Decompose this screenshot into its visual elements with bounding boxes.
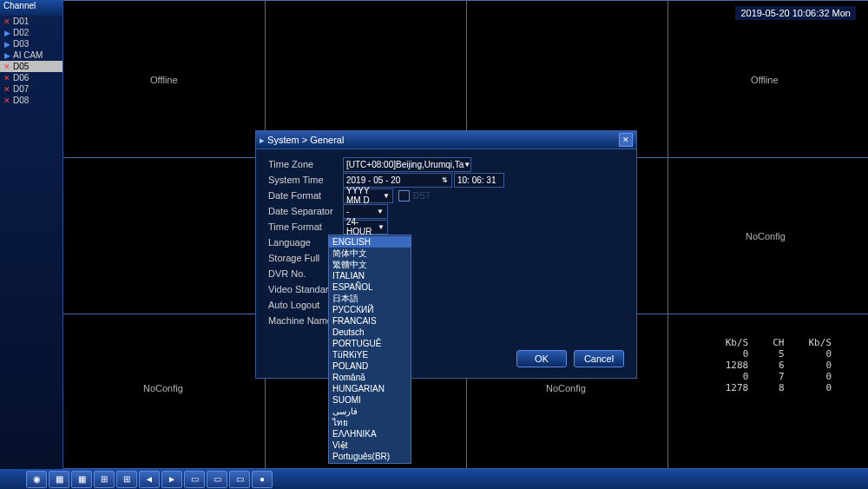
- view4-button[interactable]: ▦: [49, 471, 69, 488]
- dateformat-label: Date Format: [268, 190, 343, 201]
- timezone-label: Time Zone: [268, 159, 343, 169]
- stats-cell: 0: [797, 382, 845, 393]
- language-option[interactable]: فارسی: [329, 406, 411, 417]
- channel-item[interactable]: ✕D06: [0, 72, 62, 83]
- dateseparator-label: Date Separator: [268, 206, 343, 216]
- timeformat-select[interactable]: 24-HOUR▼: [343, 220, 388, 235]
- dateseparator-select[interactable]: -▼: [343, 204, 388, 219]
- stats-cell: 0: [713, 348, 761, 360]
- stats-cell: 1288: [713, 360, 761, 371]
- ok-button[interactable]: OK: [516, 350, 567, 367]
- cell-status: NoConfig: [746, 231, 786, 241]
- channel-item[interactable]: ✕D01: [0, 16, 62, 27]
- close-icon: ✕: [3, 17, 11, 26]
- stats-cell: 7: [760, 371, 796, 382]
- dialog-titlebar[interactable]: ▸ System > General ✕: [256, 131, 636, 149]
- layout2-button[interactable]: ▭: [207, 471, 227, 488]
- play-icon: ▶: [3, 29, 11, 37]
- language-option[interactable]: POLAND: [329, 360, 411, 372]
- stats-cell: 5: [760, 348, 796, 360]
- channel-label: D07: [13, 84, 29, 94]
- language-option[interactable]: ENGLISH: [329, 236, 411, 248]
- close-icon: ✕: [3, 85, 11, 94]
- language-option[interactable]: Português(BR): [329, 451, 411, 462]
- play-icon: ▶: [3, 40, 11, 49]
- language-option[interactable]: TüRKiYE: [329, 349, 411, 360]
- language-option[interactable]: SUOMI: [329, 394, 411, 406]
- channel-item[interactable]: ▶D02: [0, 27, 62, 38]
- bitrate-stats: Kb/SCHKb/S050128860070127880: [713, 337, 844, 393]
- stats-header: Kb/S: [797, 337, 845, 348]
- dst-label: DST: [413, 191, 431, 201]
- language-option[interactable]: ESPAÑOL: [329, 281, 411, 293]
- dst-checkbox[interactable]: [398, 190, 410, 202]
- language-option[interactable]: 日本語: [329, 293, 411, 304]
- language-dropdown[interactable]: ENGLISH简体中文繁體中文ITALIANESPAÑOL日本語РУССКИЙF…: [328, 235, 411, 464]
- view1-button[interactable]: ◉: [26, 471, 47, 488]
- cell-status: NoConfig: [546, 383, 586, 393]
- timeformat-label: Time Format: [268, 221, 343, 232]
- bottom-toolbar: ◉ ▦ ▦ ⊞ ⊞ ◄ ► ▭ ▭ ▭ ●: [0, 468, 868, 489]
- channel-item[interactable]: ✕D08: [0, 95, 62, 106]
- stats-cell: 6: [760, 360, 796, 371]
- language-option[interactable]: Română: [329, 372, 411, 383]
- stats-cell: 1278: [713, 382, 761, 393]
- channel-item[interactable]: ✕D05: [0, 61, 62, 72]
- next-button[interactable]: ►: [161, 471, 182, 488]
- play-icon: ▶: [3, 51, 11, 60]
- language-option[interactable]: Deutsch: [329, 327, 411, 338]
- view8-button[interactable]: ▦: [71, 471, 92, 488]
- stats-cell: 0: [797, 348, 845, 360]
- general-settings-dialog: ▸ System > General ✕ Time Zone [UTC+08:0…: [255, 130, 637, 379]
- channel-sidebar: Channel ✕D01▶D02▶D03▶AI CAM✕D05✕D06✕D07✕…: [0, 0, 63, 469]
- dateformat-select[interactable]: YYYY MM D▼: [343, 188, 393, 203]
- stats-cell: 0: [797, 371, 845, 382]
- language-option[interactable]: РУССКИЙ: [329, 304, 411, 315]
- channel-label: D08: [13, 96, 29, 105]
- cell-status: NoConfig: [143, 383, 183, 393]
- view9-button[interactable]: ⊞: [94, 471, 115, 488]
- channel-label: D01: [13, 17, 29, 26]
- layout1-button[interactable]: ▭: [184, 471, 205, 488]
- cell-status: Offline: [150, 75, 178, 85]
- close-icon[interactable]: ✕: [619, 133, 633, 147]
- language-option[interactable]: ไทย: [329, 417, 411, 428]
- cell-status: Offline: [751, 75, 779, 85]
- language-option[interactable]: HUNGARIAN: [329, 383, 411, 394]
- language-option[interactable]: 简体中文: [329, 248, 411, 259]
- timezone-select[interactable]: [UTC+08:00]Beijing,Urumqi,Ta▼: [343, 157, 471, 172]
- stats-cell: 0: [713, 371, 761, 382]
- dialog-title: System > General: [267, 135, 344, 145]
- language-option[interactable]: 繁體中文: [329, 259, 411, 270]
- systemtime-label: System Time: [268, 175, 343, 185]
- language-option[interactable]: ΕΛΛΗΝΙΚΑ: [329, 428, 411, 439]
- record-button[interactable]: ●: [252, 471, 273, 488]
- close-icon: ✕: [3, 96, 11, 105]
- language-option[interactable]: FRANCAIS: [329, 315, 411, 327]
- channel-label: D05: [13, 62, 29, 71]
- channel-label: D06: [13, 73, 29, 83]
- sidebar-title: Channel: [0, 0, 62, 16]
- stats-cell: 0: [797, 360, 845, 371]
- timestamp: 2019-05-20 10:06:32 Mon: [735, 6, 856, 20]
- channel-label: AI CAM: [13, 50, 43, 60]
- language-option[interactable]: Việt: [329, 439, 411, 451]
- view16-button[interactable]: ⊞: [116, 471, 137, 488]
- prev-button[interactable]: ◄: [139, 471, 160, 488]
- stats-cell: 8: [760, 382, 796, 393]
- close-icon: ✕: [3, 63, 11, 71]
- channel-label: D03: [13, 39, 29, 49]
- channel-label: D02: [13, 28, 29, 37]
- channel-item[interactable]: ▶AI CAM: [0, 50, 62, 61]
- systemtime-date-input[interactable]: 2019 - 05 - 20⇅: [343, 173, 452, 188]
- language-option[interactable]: ITALIAN: [329, 270, 411, 281]
- systemtime-time-input[interactable]: 10: 06: 31: [454, 173, 504, 188]
- channel-item[interactable]: ▶D03: [0, 38, 62, 50]
- layout3-button[interactable]: ▭: [229, 471, 250, 488]
- language-option[interactable]: PORTUGUÊ: [329, 338, 411, 349]
- stats-header: CH: [760, 337, 796, 348]
- stats-header: Kb/S: [713, 337, 761, 348]
- cancel-button[interactable]: Cancel: [574, 350, 624, 367]
- channel-item[interactable]: ✕D07: [0, 83, 62, 95]
- close-icon: ✕: [3, 74, 11, 83]
